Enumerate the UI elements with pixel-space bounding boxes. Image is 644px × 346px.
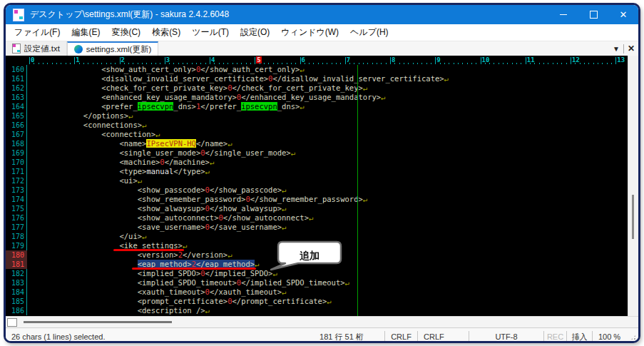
input-mode-indicator: 挿入 [566, 331, 592, 342]
menu-item-settings[interactable]: 設定(O) [235, 26, 275, 39]
line-number: 186 [6, 306, 27, 315]
code-line: 174 <show_remember_password>0</show_reme… [6, 195, 628, 204]
newline-glyph: ↵ [327, 297, 331, 305]
newline-glyph: ↵ [381, 93, 385, 101]
minimize-icon [560, 14, 567, 15]
newline-glyph: ↵ [228, 139, 232, 148]
code-text: <ui>↵ [27, 176, 142, 185]
line-number: 173 [6, 185, 27, 195]
status-bar: 26 chars (1 lines) selected. 181 行 51 桁 … [6, 327, 638, 343]
file-line-ending-indicator: CRLF [417, 331, 469, 342]
code-line: 169 <single_user_mode>0</single_user_mod… [6, 148, 628, 158]
tab-label: 設定値.txt [24, 44, 60, 54]
selection-info: 26 chars (1 lines) selected. [6, 332, 105, 341]
line-number: 169 [6, 148, 27, 158]
code-text: <name>IPsecVPN-HQ</name>↵ [27, 139, 232, 148]
menu-item-window[interactable]: ウィンドウ(W) [275, 26, 344, 39]
column-ruler: 012345678910111213 [6, 56, 628, 65]
line-number: 170 [6, 158, 27, 167]
code-line: 164 <prefer_ipsecvpn_dns>1</prefer_ipsec… [6, 102, 628, 111]
ruler-number: 13 [617, 56, 625, 63]
title-bar: デスクトップ\settings.xml(更新) - sakura 2.4.2.6… [6, 5, 638, 24]
zoom-level: 100 % [592, 331, 626, 342]
code-line: 165 </options>↵ [6, 111, 628, 121]
window-controls: ✕ [548, 5, 638, 24]
line-number: 177 [6, 223, 27, 232]
line-number: 183 [6, 278, 27, 288]
code-line: 161 <disallow_invalid_server_certificate… [6, 74, 628, 83]
tab-1[interactable]: 設定値.txt [6, 41, 67, 56]
menu-item-search[interactable]: 検索(S) [146, 26, 186, 39]
ruler-number: 12 [572, 56, 580, 63]
cursor-position: 181 行 51 桁 [299, 331, 384, 342]
newline-glyph: ↵ [300, 65, 304, 73]
newline-glyph: ↵ [300, 102, 304, 111]
maximize-icon [590, 11, 598, 19]
menu-item-edit[interactable]: 編集(E) [66, 26, 106, 39]
newline-glyph: ↵ [138, 176, 142, 185]
code-text: <xauth_timeout>0</xauth_timeout>↵ [27, 288, 286, 297]
code-line: 185 <prompt_certificate>0</prompt_certif… [6, 297, 628, 306]
minimize-button[interactable] [548, 5, 578, 24]
horizontal-scrollbar-thumb[interactable] [24, 321, 172, 323]
newline-glyph: ↵ [363, 195, 367, 203]
newline-glyph: ↵ [142, 232, 146, 240]
close-button[interactable]: ✕ [608, 5, 638, 24]
code-line: 186 <description />↵ [6, 306, 628, 315]
code-text: <show_auth_cert_only>0</show_auth_cert_o… [27, 65, 305, 74]
horizontal-scrollbar[interactable] [6, 316, 638, 327]
menu-item-tool[interactable]: ツール(T) [186, 26, 235, 39]
newline-glyph: ↵ [282, 204, 286, 213]
line-number-modified: 181 [6, 260, 27, 269]
line-number: 185 [6, 297, 27, 306]
red-underlined-text: <eap_method>2</eap_method> [138, 260, 255, 269]
text-editor[interactable]: 012345678910111213 160 <show_auth_cert_o… [6, 56, 628, 316]
code-line: 162 <check_for_cert_private_key>0</check… [6, 83, 628, 93]
code-line: 163 <enhanced_key_usage_mandatory>0</enh… [6, 93, 628, 102]
code-text: <enhanced_key_usage_mandatory>0</enhance… [27, 93, 385, 102]
menu-item-convert[interactable]: 変換(C) [106, 26, 146, 39]
vertical-scrollbar[interactable] [628, 56, 638, 316]
code-text: <description />↵ [27, 306, 210, 315]
code-text: <single_user_mode>0</single_user_mode>↵ [27, 148, 295, 158]
code-line: 170 <machine>0</machine>↵ [6, 158, 628, 167]
vertical-scrollbar-thumb[interactable] [632, 195, 634, 239]
split-box[interactable] [7, 318, 17, 327]
window-title: デスクトップ\settings.xml(更新) - sakura 2.4.2.6… [30, 9, 229, 21]
maximize-button[interactable] [578, 5, 608, 24]
code-line: 175 <show_alwaysup>0</show_alwaysup>↵ [6, 204, 628, 213]
line-number: 176 [6, 213, 27, 223]
menu-item-help[interactable]: ヘルプ(H) [344, 26, 394, 39]
line-number: 179 [6, 241, 27, 250]
code-text: <show_passcode>0</show_passcode>↵ [27, 185, 286, 195]
newline-glyph: ↵ [205, 306, 210, 315]
line-number: 161 [6, 74, 27, 83]
line-number: 165 [6, 111, 27, 121]
line-number: 160 [6, 65, 27, 74]
tab-2-active[interactable]: settings.xml(更新) [67, 41, 158, 56]
code-text: <show_autoconnect>0</show_autoconnect>↵ [27, 213, 313, 223]
menu-item-file[interactable]: ファイル(F) [9, 26, 66, 39]
code-text: <type>manual</type>↵ [27, 167, 210, 176]
line-number: 162 [6, 83, 27, 93]
code-text: <eap_method>2</eap_method>↵ [27, 260, 259, 269]
line-number: 174 [6, 195, 27, 204]
code-line: 160 <show_auth_cert_only>0</show_auth_ce… [6, 65, 628, 74]
app-window: デスクトップ\settings.xml(更新) - sakura 2.4.2.6… [4, 3, 640, 343]
text-document-icon [12, 44, 21, 54]
resize-grip-icon[interactable] [628, 335, 636, 343]
line-number: 167 [6, 130, 27, 139]
menu-bar: ファイル(F)編集(E)変換(C)検索(S)ツール(T)設定(O)ウィンドウ(W… [6, 24, 638, 41]
line-number: 166 [6, 121, 27, 130]
line-number: 184 [6, 288, 27, 297]
edge-browser-icon [74, 45, 83, 54]
code-line: 166 <connections>↵ [6, 121, 628, 130]
tab-list-button[interactable]: ▼ [609, 45, 623, 53]
code-line: 172 <ui>↵ [6, 176, 628, 185]
code-text: <show_alwaysup>0</show_alwaysup>↵ [27, 204, 286, 213]
callout-label: 追加 [300, 250, 320, 261]
newline-glyph: ↵ [142, 121, 146, 129]
app-icon [13, 9, 24, 21]
tab-close-button[interactable]: ✕ [624, 44, 638, 54]
code-line: 167 <connection>↵ [6, 130, 628, 139]
